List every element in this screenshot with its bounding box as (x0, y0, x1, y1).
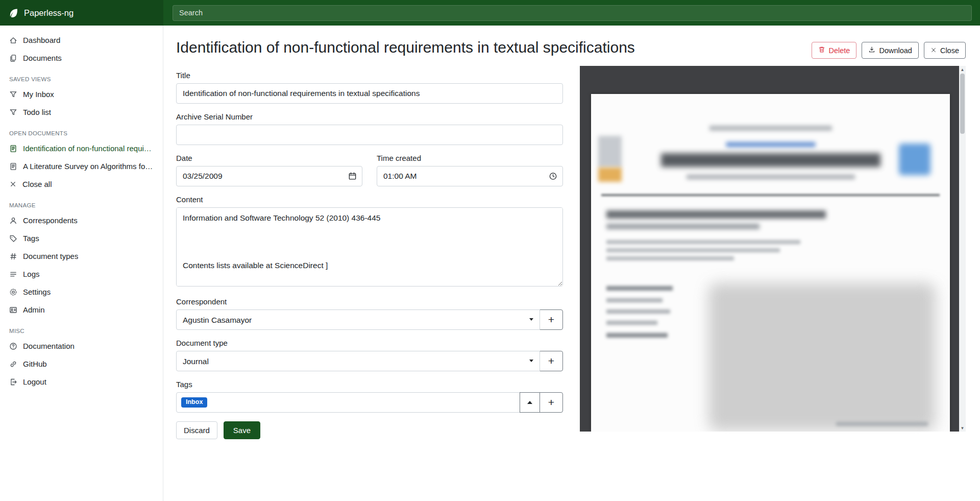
date-field-group: Date (176, 154, 362, 186)
section-saved-views: SAVED VIEWS (0, 67, 163, 85)
sidebar-item-correspondents[interactable]: Correspondents (0, 211, 163, 229)
delete-button[interactable]: Delete (812, 42, 857, 59)
form-actions: Discard Save (176, 421, 563, 439)
add-document-type-button[interactable]: + (540, 351, 563, 371)
pdf-blur-shape (598, 136, 622, 168)
pdf-blur-shape (606, 240, 800, 244)
close-x-icon (930, 46, 937, 55)
sidebar: Dashboard Documents SAVED VIEWS My Inbox… (0, 26, 163, 501)
top-navbar: Paperless-ng (0, 0, 980, 26)
pdf-blur-shape (687, 175, 855, 179)
sidebar-item-close-all[interactable]: Close all (0, 175, 163, 193)
funnel-icon (9, 108, 17, 116)
tags-input[interactable]: Inbox (176, 392, 520, 413)
file-text-icon (9, 162, 17, 171)
caret-up-icon (527, 401, 532, 404)
page-header: Identification of non-functional require… (176, 39, 966, 59)
section-manage: MANAGE (0, 193, 163, 211)
sidebar-item-document-types[interactable]: Document types (0, 247, 163, 265)
clock-icon[interactable] (549, 172, 557, 181)
pdf-blur-shape (606, 298, 663, 302)
discard-button[interactable]: Discard (176, 421, 217, 439)
title-label: Title (176, 71, 563, 80)
pdf-blur-shape (661, 153, 880, 167)
close-button[interactable]: Close (924, 42, 966, 59)
sidebar-item-documentation[interactable]: Documentation (0, 337, 163, 355)
document-type-label: Document type (176, 339, 563, 347)
sidebar-item-todo-list[interactable]: Todo list (0, 103, 163, 121)
asn-field-group: Archive Serial Number (176, 112, 563, 145)
house-icon (9, 36, 17, 44)
scroll-down-arrow[interactable]: ▼ (959, 424, 966, 432)
time-field-group: Time created (377, 154, 563, 186)
pdf-blur-shape (726, 142, 815, 147)
sidebar-item-github[interactable]: GitHub (0, 355, 163, 373)
logout-door-icon (9, 378, 17, 386)
document-edit-form: Title Archive Serial Number Date (176, 71, 563, 439)
time-created-input[interactable] (377, 166, 563, 186)
page-title: Identification of non-functional require… (176, 39, 635, 56)
id-card-icon (9, 306, 17, 314)
paperless-leaf-icon (8, 8, 19, 18)
scroll-up-arrow[interactable]: ▲ (959, 66, 966, 73)
asn-label: Archive Serial Number (176, 112, 563, 121)
sidebar-item-documents[interactable]: Documents (0, 49, 163, 67)
content-field-group: Content (176, 195, 563, 289)
funnel-icon (9, 90, 17, 99)
brand-title: Paperless-ng (24, 8, 74, 18)
navbar-search-area (163, 0, 980, 26)
pdf-blur-shape (709, 126, 832, 131)
date-time-row: Date Time created (176, 154, 563, 195)
pdf-blur-shape (606, 248, 780, 252)
sidebar-item-settings[interactable]: Settings (0, 283, 163, 301)
pdf-blur-shape (899, 144, 930, 175)
content-textarea[interactable] (176, 207, 563, 287)
app-root: Paperless-ng Dashboard Documents SAVED V… (0, 0, 980, 501)
list-icon (9, 270, 17, 278)
tags-label: Tags (176, 380, 563, 389)
archive-serial-number-input[interactable] (176, 125, 563, 145)
date-label: Date (176, 154, 362, 162)
time-created-label: Time created (377, 154, 563, 162)
sidebar-item-tags[interactable]: Tags (0, 229, 163, 247)
tag-badge-inbox: Inbox (181, 397, 207, 408)
sidebar-item-admin[interactable]: Admin (0, 301, 163, 319)
sidebar-item-logout[interactable]: Logout (0, 373, 163, 391)
pdf-scrollbar-thumb[interactable] (960, 74, 965, 134)
pdf-blur-shape (598, 168, 622, 182)
date-input[interactable] (176, 166, 362, 186)
pdf-page (591, 94, 950, 432)
pdf-scrollbar[interactable]: ▲ ▼ (959, 66, 966, 432)
add-tag-button[interactable]: + (540, 392, 563, 413)
save-button[interactable]: Save (224, 421, 260, 439)
title-input[interactable] (176, 83, 563, 104)
content-row: Title Archive Serial Number Date (176, 71, 966, 439)
tags-dropdown-toggle-button[interactable] (520, 392, 540, 413)
link-icon (9, 360, 17, 368)
sidebar-open-doc-1[interactable]: Identification of non-functional require… (0, 139, 163, 157)
pdf-blur-shape (836, 422, 928, 426)
correspondent-select[interactable]: Agustin Casamayor (176, 309, 540, 330)
calendar-icon[interactable] (348, 172, 357, 181)
brand-link[interactable]: Paperless-ng (0, 0, 163, 26)
main-content: Identification of non-functional require… (163, 26, 980, 501)
section-open-documents: OPEN DOCUMENTS (0, 121, 163, 139)
pdf-blur-shape (606, 224, 760, 229)
add-correspondent-button[interactable]: + (540, 309, 563, 330)
search-input[interactable] (173, 5, 972, 21)
sidebar-item-my-inbox[interactable]: My Inbox (0, 85, 163, 103)
person-icon (9, 217, 17, 225)
pdf-blur-shape (601, 194, 940, 196)
sidebar-item-logs[interactable]: Logs (0, 265, 163, 283)
tag-icon (9, 234, 17, 243)
hash-icon (9, 252, 17, 260)
content-label: Content (176, 195, 563, 204)
document-type-select[interactable]: Journal (176, 351, 540, 371)
sidebar-open-doc-2[interactable]: A Literature Survey on Algorithms for Mu… (0, 157, 163, 175)
download-button[interactable]: Download (862, 42, 919, 59)
pdf-blur-shape (708, 283, 936, 431)
section-misc: MISC (0, 319, 163, 337)
sidebar-item-dashboard[interactable]: Dashboard (0, 31, 163, 49)
pdf-blur-shape (606, 333, 668, 338)
file-text-icon (9, 145, 17, 153)
